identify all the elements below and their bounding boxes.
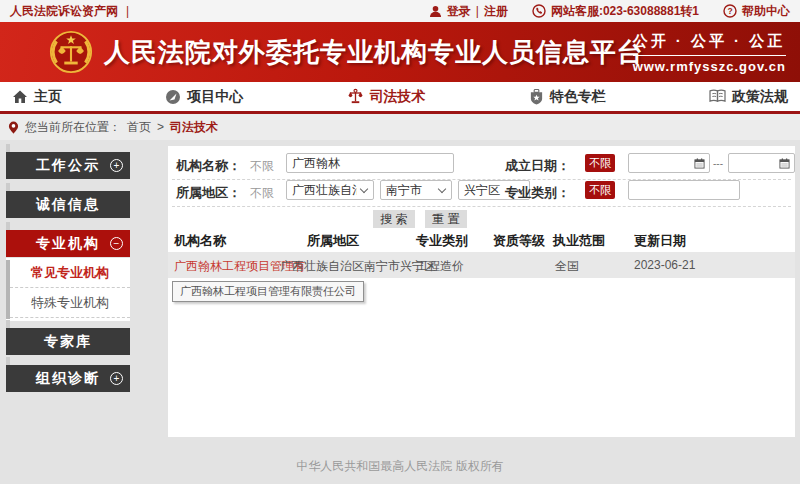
date-range-separator: --- [713,158,723,169]
col-header-region: 所属地区 [307,232,359,250]
sidebar-item-label: 诚信信息 [36,196,100,214]
sidebar-item-label: 专业机构 [36,235,100,253]
col-header-grade: 资质等级 [493,232,545,250]
main-nav: 主页 项目中心 司法技术 [0,82,800,114]
sidebar-item-label: 组织诊断 [36,370,100,388]
district-select-value: 兴宁区 [464,182,500,199]
nav-item-project-center[interactable]: 项目中心 [165,88,243,106]
user-icon [429,5,442,18]
nav-item-featured[interactable]: 特色专栏 [529,88,606,106]
collapse-icon[interactable]: − [110,237,123,250]
phone-icon [532,4,546,18]
sidebar-item-professional-orgs[interactable]: 专业机构 − [6,230,130,257]
site-url: www.rmfysszc.gov.cn [633,59,786,74]
site-banner: 人民法院对外委托专业机构专业人员信息平台 公开 · 公平 · 公正 www.rm… [0,22,800,82]
founded-date-from-input[interactable] [628,153,710,173]
reset-button[interactable]: 重 置 [425,210,467,228]
category-label: 专业类别： [505,184,570,202]
login-register-divider: | [476,4,479,18]
cell-region: 广西壮族自治区南宁市兴宁区 [280,258,436,275]
register-link[interactable]: 注册 [484,3,508,20]
court-emblem-icon [48,29,94,75]
col-header-updated: 更新日期 [634,232,686,250]
home-icon [12,89,28,105]
site-slogan: 公开 · 公平 · 公正 [633,32,786,56]
category-any-button[interactable]: 不限 [585,181,615,199]
sidebar-item-integrity-info[interactable]: 诚信信息 [6,191,130,218]
page: 人民法院诉讼资产网 | 登录 | 注册 网站客服:023-63088881转1 … [0,0,800,484]
expand-icon[interactable]: + [110,372,123,385]
top-utility-bar: 人民法院诉讼资产网 | 登录 | 注册 网站客服:023-63088881转1 … [0,0,800,22]
city-select-value: 南宁市 [386,182,422,199]
org-name-tooltip: 广西翰林工程项目管理有限责任公司 [172,281,364,302]
province-select[interactable]: 广西壮族自治区 [286,180,374,200]
org-name-label: 机构名称： [176,157,241,175]
expand-icon[interactable]: + [110,159,123,172]
badge-star-icon [529,89,544,105]
nav-item-policies[interactable]: 政策法规 [709,88,788,106]
sidebar-submenu: 常见专业机构 特殊专业机构 [6,258,130,321]
service-phone[interactable]: 网站客服:023-63088881转1 [551,3,699,20]
col-header-scope: 执业范围 [553,232,605,250]
location-pin-icon [8,121,19,134]
submenu-item-common-orgs[interactable]: 常见专业机构 [10,258,130,288]
cell-updated: 2023-06-21 [634,258,695,272]
svg-text:?: ? [727,6,732,16]
founded-date-to-input[interactable] [728,153,795,173]
founded-any-button[interactable]: 不限 [585,154,615,172]
org-name-any[interactable]: 不限 [250,158,274,175]
breadcrumb-home[interactable]: 首页 [127,119,151,136]
scales-icon [347,88,364,105]
breadcrumb: 您当前所在位置： 首页 > 司法技术 [0,114,800,140]
province-select-value: 广西壮族自治区 [292,182,357,199]
breadcrumb-separator: > [157,120,164,134]
col-header-category: 专业类别 [416,232,468,250]
project-center-icon [165,89,181,105]
nav-item-label: 司法技术 [370,88,426,106]
main-panel: 机构名称： 不限 成立日期： 不限 --- 所属地区： 不限 广西壮族自治区 南… [168,146,795,437]
form-divider [172,206,791,207]
col-header-org-name: 机构名称 [174,232,226,250]
search-button[interactable]: 搜 索 [373,210,415,228]
nav-item-label: 政策法规 [732,88,788,106]
site-title: 人民法院对外委托专业机构专业人员信息平台 [104,35,644,70]
cell-scope: 全国 [555,258,579,275]
calendar-icon [779,158,790,169]
region-label: 所属地区： [176,184,241,202]
site-name-link[interactable]: 人民法院诉讼资产网 [10,3,118,20]
org-name-input[interactable] [286,153,454,173]
sidebar-item-expert-library[interactable]: 专家库 [6,328,130,355]
chevron-down-icon [360,184,368,192]
nav-item-label: 特色专栏 [550,88,606,106]
nav-item-judicial-tech[interactable]: 司法技术 [347,88,426,106]
help-icon: ? [723,4,737,18]
nav-item-home[interactable]: 主页 [12,88,62,106]
breadcrumb-current[interactable]: 司法技术 [170,119,218,136]
submenu-item-special-orgs[interactable]: 特殊专业机构 [10,288,130,318]
region-any[interactable]: 不限 [250,185,274,202]
help-center-link[interactable]: 帮助中心 [742,3,790,20]
cell-category: 工程造价 [416,258,464,275]
founded-date-label: 成立日期： [505,157,570,175]
sidebar-item-org-diagnosis[interactable]: 组织诊断 + [6,365,130,392]
city-select[interactable]: 南宁市 [380,180,452,200]
sidebar-item-label: 工作公示 [36,157,100,175]
sidebar-item-label: 专家库 [44,333,92,351]
sidebar-item-work-publicity[interactable]: 工作公示 + [6,152,130,179]
nav-item-label: 项目中心 [187,88,243,106]
nav-item-label: 主页 [34,88,62,106]
breadcrumb-prefix: 您当前所在位置： [25,119,121,136]
calendar-icon [694,158,705,169]
chevron-down-icon [438,184,446,192]
login-link[interactable]: 登录 [447,3,471,20]
book-icon [709,89,726,104]
category-input[interactable] [628,180,740,200]
topbar-divider: | [126,4,129,18]
footer-copyright: 中华人民共和国最高人民法院 版权所有 [0,458,800,475]
